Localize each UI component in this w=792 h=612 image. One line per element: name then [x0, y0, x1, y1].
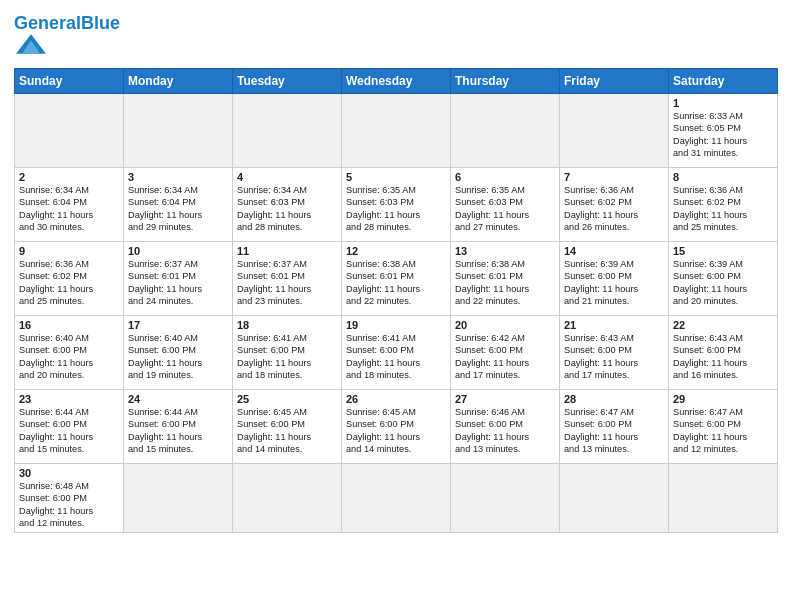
calendar-cell: 7Sunrise: 6:36 AMSunset: 6:02 PMDaylight…	[560, 167, 669, 241]
calendar-cell	[342, 93, 451, 167]
day-info: Sunrise: 6:39 AMSunset: 6:00 PMDaylight:…	[564, 258, 664, 308]
day-number: 11	[237, 245, 337, 257]
calendar-cell	[342, 463, 451, 533]
day-info: Sunrise: 6:41 AMSunset: 6:00 PMDaylight:…	[237, 332, 337, 382]
day-number: 23	[19, 393, 119, 405]
day-number: 18	[237, 319, 337, 331]
day-info: Sunrise: 6:40 AMSunset: 6:00 PMDaylight:…	[19, 332, 119, 382]
day-info: Sunrise: 6:46 AMSunset: 6:00 PMDaylight:…	[455, 406, 555, 456]
day-number: 9	[19, 245, 119, 257]
day-number: 6	[455, 171, 555, 183]
calendar-cell	[124, 93, 233, 167]
calendar-cell: 4Sunrise: 6:34 AMSunset: 6:03 PMDaylight…	[233, 167, 342, 241]
calendar-cell: 20Sunrise: 6:42 AMSunset: 6:00 PMDayligh…	[451, 315, 560, 389]
day-info: Sunrise: 6:36 AMSunset: 6:02 PMDaylight:…	[673, 184, 773, 234]
calendar-cell: 3Sunrise: 6:34 AMSunset: 6:04 PMDaylight…	[124, 167, 233, 241]
day-number: 27	[455, 393, 555, 405]
page-container: GeneralBlue SundayMondayTuesdayWednesday…	[0, 0, 792, 539]
calendar-cell	[451, 463, 560, 533]
calendar-cell: 12Sunrise: 6:38 AMSunset: 6:01 PMDayligh…	[342, 241, 451, 315]
calendar-cell: 16Sunrise: 6:40 AMSunset: 6:00 PMDayligh…	[15, 315, 124, 389]
weekday-header: Thursday	[451, 68, 560, 93]
calendar-cell	[451, 93, 560, 167]
day-number: 12	[346, 245, 446, 257]
calendar-cell: 29Sunrise: 6:47 AMSunset: 6:00 PMDayligh…	[669, 389, 778, 463]
day-number: 15	[673, 245, 773, 257]
calendar-cell	[669, 463, 778, 533]
calendar-cell: 26Sunrise: 6:45 AMSunset: 6:00 PMDayligh…	[342, 389, 451, 463]
day-number: 24	[128, 393, 228, 405]
calendar-cell: 24Sunrise: 6:44 AMSunset: 6:00 PMDayligh…	[124, 389, 233, 463]
calendar-cell: 8Sunrise: 6:36 AMSunset: 6:02 PMDaylight…	[669, 167, 778, 241]
calendar-cell: 14Sunrise: 6:39 AMSunset: 6:00 PMDayligh…	[560, 241, 669, 315]
calendar-cell: 21Sunrise: 6:43 AMSunset: 6:00 PMDayligh…	[560, 315, 669, 389]
calendar-cell: 2Sunrise: 6:34 AMSunset: 6:04 PMDaylight…	[15, 167, 124, 241]
calendar-cell: 13Sunrise: 6:38 AMSunset: 6:01 PMDayligh…	[451, 241, 560, 315]
day-number: 14	[564, 245, 664, 257]
calendar-table: SundayMondayTuesdayWednesdayThursdayFrid…	[14, 68, 778, 534]
day-info: Sunrise: 6:45 AMSunset: 6:00 PMDaylight:…	[346, 406, 446, 456]
calendar-cell: 10Sunrise: 6:37 AMSunset: 6:01 PMDayligh…	[124, 241, 233, 315]
day-info: Sunrise: 6:43 AMSunset: 6:00 PMDaylight:…	[564, 332, 664, 382]
calendar-cell	[233, 463, 342, 533]
day-info: Sunrise: 6:34 AMSunset: 6:03 PMDaylight:…	[237, 184, 337, 234]
day-number: 13	[455, 245, 555, 257]
day-number: 20	[455, 319, 555, 331]
calendar-cell: 11Sunrise: 6:37 AMSunset: 6:01 PMDayligh…	[233, 241, 342, 315]
calendar-cell	[560, 463, 669, 533]
day-info: Sunrise: 6:34 AMSunset: 6:04 PMDaylight:…	[19, 184, 119, 234]
calendar-cell	[124, 463, 233, 533]
day-info: Sunrise: 6:38 AMSunset: 6:01 PMDaylight:…	[455, 258, 555, 308]
day-number: 17	[128, 319, 228, 331]
calendar-cell	[15, 93, 124, 167]
day-info: Sunrise: 6:41 AMSunset: 6:00 PMDaylight:…	[346, 332, 446, 382]
calendar-cell: 18Sunrise: 6:41 AMSunset: 6:00 PMDayligh…	[233, 315, 342, 389]
day-info: Sunrise: 6:48 AMSunset: 6:00 PMDaylight:…	[19, 480, 119, 530]
day-number: 28	[564, 393, 664, 405]
day-info: Sunrise: 6:44 AMSunset: 6:00 PMDaylight:…	[19, 406, 119, 456]
day-number: 10	[128, 245, 228, 257]
day-number: 4	[237, 171, 337, 183]
calendar-cell	[560, 93, 669, 167]
calendar-cell: 23Sunrise: 6:44 AMSunset: 6:00 PMDayligh…	[15, 389, 124, 463]
day-number: 3	[128, 171, 228, 183]
day-info: Sunrise: 6:45 AMSunset: 6:00 PMDaylight:…	[237, 406, 337, 456]
day-number: 21	[564, 319, 664, 331]
calendar-cell: 25Sunrise: 6:45 AMSunset: 6:00 PMDayligh…	[233, 389, 342, 463]
day-info: Sunrise: 6:43 AMSunset: 6:00 PMDaylight:…	[673, 332, 773, 382]
day-info: Sunrise: 6:34 AMSunset: 6:04 PMDaylight:…	[128, 184, 228, 234]
day-number: 2	[19, 171, 119, 183]
calendar-cell: 15Sunrise: 6:39 AMSunset: 6:00 PMDayligh…	[669, 241, 778, 315]
calendar-cell: 5Sunrise: 6:35 AMSunset: 6:03 PMDaylight…	[342, 167, 451, 241]
calendar-cell: 1Sunrise: 6:33 AMSunset: 6:05 PMDaylight…	[669, 93, 778, 167]
calendar-cell: 9Sunrise: 6:36 AMSunset: 6:02 PMDaylight…	[15, 241, 124, 315]
logo-icon	[16, 30, 46, 58]
day-info: Sunrise: 6:42 AMSunset: 6:00 PMDaylight:…	[455, 332, 555, 382]
day-info: Sunrise: 6:44 AMSunset: 6:00 PMDaylight:…	[128, 406, 228, 456]
day-number: 8	[673, 171, 773, 183]
day-number: 30	[19, 467, 119, 479]
day-number: 25	[237, 393, 337, 405]
logo: GeneralBlue	[14, 14, 120, 62]
weekday-header: Saturday	[669, 68, 778, 93]
day-number: 1	[673, 97, 773, 109]
logo-blue: Blue	[81, 13, 120, 33]
weekday-header: Sunday	[15, 68, 124, 93]
calendar-cell: 17Sunrise: 6:40 AMSunset: 6:00 PMDayligh…	[124, 315, 233, 389]
day-info: Sunrise: 6:40 AMSunset: 6:00 PMDaylight:…	[128, 332, 228, 382]
day-number: 19	[346, 319, 446, 331]
weekday-header: Monday	[124, 68, 233, 93]
day-number: 16	[19, 319, 119, 331]
weekday-header: Tuesday	[233, 68, 342, 93]
day-number: 7	[564, 171, 664, 183]
day-info: Sunrise: 6:37 AMSunset: 6:01 PMDaylight:…	[237, 258, 337, 308]
calendar-cell: 28Sunrise: 6:47 AMSunset: 6:00 PMDayligh…	[560, 389, 669, 463]
day-info: Sunrise: 6:47 AMSunset: 6:00 PMDaylight:…	[564, 406, 664, 456]
calendar-cell	[233, 93, 342, 167]
day-info: Sunrise: 6:35 AMSunset: 6:03 PMDaylight:…	[455, 184, 555, 234]
day-info: Sunrise: 6:36 AMSunset: 6:02 PMDaylight:…	[19, 258, 119, 308]
calendar-cell: 19Sunrise: 6:41 AMSunset: 6:00 PMDayligh…	[342, 315, 451, 389]
day-info: Sunrise: 6:38 AMSunset: 6:01 PMDaylight:…	[346, 258, 446, 308]
calendar-cell: 22Sunrise: 6:43 AMSunset: 6:00 PMDayligh…	[669, 315, 778, 389]
day-number: 26	[346, 393, 446, 405]
